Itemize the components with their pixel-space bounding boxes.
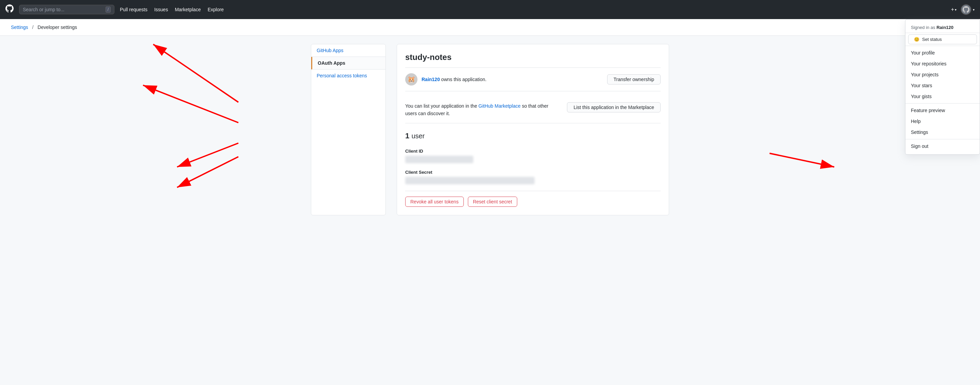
client-id-value <box>405 156 473 163</box>
plus-icon: + <box>951 6 954 13</box>
revoke-tokens-button[interactable]: Revoke all user tokens <box>405 196 464 207</box>
nav-explore[interactable]: Explore <box>208 7 224 12</box>
breadcrumb-separator: / <box>32 24 33 30</box>
search-input[interactable] <box>23 7 103 12</box>
main-nav: Pull requests Issues Marketplace Explore <box>120 7 224 12</box>
dropdown-your-gists[interactable]: Your gists <box>905 91 980 102</box>
client-secret-value <box>405 177 535 184</box>
client-id-section: Client ID <box>405 149 660 170</box>
users-section: 1 user <box>405 131 660 141</box>
owner-link[interactable]: Rain120 <box>422 77 440 82</box>
dropdown-header: Signed in as Rain120 <box>905 22 980 33</box>
owner-text: Rain120 owns this application. <box>422 77 487 82</box>
client-secret-label: Client Secret <box>405 170 660 175</box>
dropdown-divider-2 <box>905 103 980 104</box>
new-dropdown-button[interactable]: + ▾ <box>951 6 956 13</box>
owner-avatar: 🐹 <box>405 73 417 86</box>
svg-line-2 <box>143 85 239 123</box>
svg-line-5 <box>770 153 834 167</box>
client-id-label: Client ID <box>405 149 660 154</box>
dropdown-your-projects[interactable]: Your projects <box>905 69 980 80</box>
github-logo[interactable] <box>5 5 14 14</box>
smiley-icon: 😊 <box>914 37 920 42</box>
slash-shortcut: / <box>105 6 111 13</box>
svg-line-1 <box>153 44 239 102</box>
dropdown-your-repositories[interactable]: Your repositories <box>905 58 980 69</box>
nav-issues[interactable]: Issues <box>154 7 168 12</box>
nav-pull-requests[interactable]: Pull requests <box>120 7 148 12</box>
breadcrumb: Settings / Developer settings <box>0 19 980 36</box>
user-count-display: 1 user <box>405 131 660 141</box>
dropdown-username: Rain120 <box>936 25 953 30</box>
breadcrumb-settings-link[interactable]: Settings <box>11 24 28 30</box>
dropdown-feature-preview[interactable]: Feature preview <box>905 105 980 116</box>
dropdown-your-stars[interactable]: Your stars <box>905 80 980 91</box>
client-secret-section: Client Secret <box>405 170 660 191</box>
set-status-button[interactable]: 😊 Set status <box>908 34 977 44</box>
sidebar-item-personal-access-tokens[interactable]: Personal access tokens <box>311 70 385 82</box>
page-container: GitHub Apps OAuth Apps Personal access t… <box>303 44 677 215</box>
actions-row: Revoke all user tokens Reset client secr… <box>405 191 660 207</box>
svg-line-4 <box>177 157 239 187</box>
list-marketplace-button[interactable]: List this application in the Marketplace <box>567 102 660 112</box>
plus-chevron-icon: ▾ <box>955 8 956 11</box>
marketplace-description: You can list your application in the Git… <box>405 102 558 118</box>
user-count-number: 1 <box>405 131 409 140</box>
avatar-chevron-icon: ▾ <box>973 8 975 11</box>
marketplace-row: You can list your application in the Git… <box>405 97 660 123</box>
svg-line-3 <box>177 143 239 167</box>
sidebar-item-github-apps[interactable]: GitHub Apps <box>311 44 385 57</box>
main-content: study-notes 🐹 Rain120 owns this applicat… <box>397 44 669 215</box>
user-dropdown-menu: Signed in as Rain120 😊 Set status Your p… <box>905 19 980 155</box>
breadcrumb-developer-settings: Developer settings <box>37 24 77 30</box>
dropdown-divider-3 <box>905 139 980 139</box>
dropdown-settings[interactable]: Settings <box>905 127 980 137</box>
owner-info: 🐹 Rain120 owns this application. <box>405 73 487 86</box>
transfer-ownership-button[interactable]: Transfer ownership <box>607 74 660 85</box>
github-marketplace-link[interactable]: GitHub Marketplace <box>479 103 521 109</box>
sidebar-item-oauth-apps[interactable]: OAuth Apps <box>311 57 385 70</box>
dropdown-sign-out[interactable]: Sign out <box>905 141 980 152</box>
nav-marketplace[interactable]: Marketplace <box>175 7 200 12</box>
avatar <box>961 4 972 15</box>
dropdown-divider-1 <box>905 46 980 46</box>
app-title: study-notes <box>405 53 660 62</box>
header: / Pull requests Issues Marketplace Explo… <box>0 0 980 19</box>
user-menu-button[interactable]: ▾ <box>961 4 975 15</box>
reset-secret-button[interactable]: Reset client secret <box>468 196 517 207</box>
sidebar: GitHub Apps OAuth Apps Personal access t… <box>311 44 386 215</box>
user-count-label: user <box>411 132 425 140</box>
owner-row: 🐹 Rain120 owns this application. Transfe… <box>405 67 660 91</box>
dropdown-help[interactable]: Help <box>905 116 980 127</box>
search-bar[interactable]: / <box>19 5 115 14</box>
header-right: + ▾ ▾ <box>951 4 975 15</box>
dropdown-your-profile[interactable]: Your profile <box>905 47 980 58</box>
